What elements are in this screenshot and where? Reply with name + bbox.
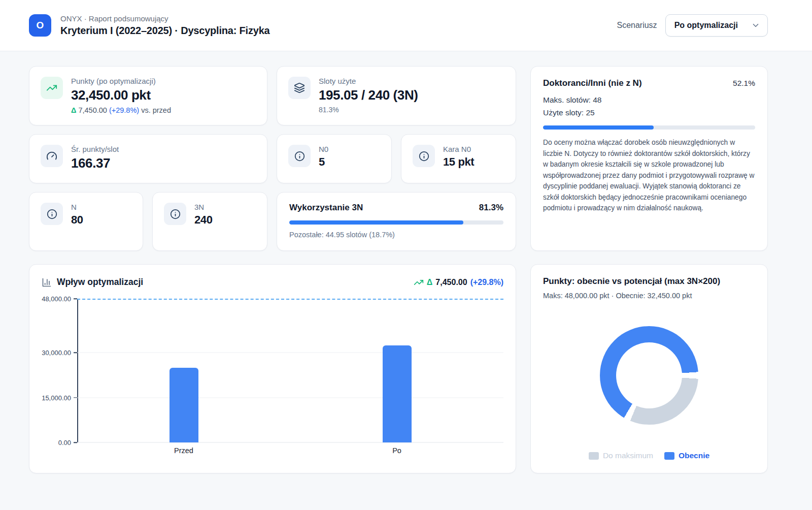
- bar-chart-icon: [42, 277, 52, 288]
- usage-progress-track: [289, 220, 503, 225]
- scenario-selected-value: Po optymalizacji: [674, 21, 738, 30]
- delta-icon: Δ: [71, 106, 76, 114]
- kpi-value: 5: [319, 155, 328, 169]
- donut-legend: Do maksimumObecnie: [543, 451, 755, 461]
- axis-tick: [74, 397, 77, 398]
- kpi-value: 80: [71, 213, 83, 227]
- scenario-select[interactable]: Po optymalizacji: [665, 14, 768, 37]
- kpi-card-punkty: Punkty (po optymalizacji) 32,450.00 pkt …: [29, 66, 267, 125]
- axis-tick: [74, 352, 77, 353]
- y-axis-line: [77, 299, 78, 442]
- legend-item-do-maksimum[interactable]: Do maksimum: [589, 451, 653, 460]
- kpi-value: 240: [194, 213, 213, 227]
- donut-hole: [616, 342, 682, 408]
- donut-ring: [600, 326, 698, 425]
- y-tick-label: 30,000.00: [42, 349, 71, 357]
- axis-tick: [74, 442, 77, 443]
- legend-swatch: [589, 452, 599, 460]
- gauge-icon: [41, 145, 63, 167]
- bar-przed: [170, 368, 198, 442]
- kpi-label: 3N: [194, 203, 213, 211]
- trending-up-icon: [414, 277, 424, 288]
- kpi-card-3n: 3N 240: [152, 192, 267, 251]
- chart-delta: Δ 7,450.00 (+29.8%): [414, 277, 503, 288]
- kpi-label: Śr. punkty/slot: [71, 145, 119, 153]
- x-tick-label: Przed: [174, 447, 193, 455]
- legend-swatch: [664, 452, 674, 460]
- x-tick-label: Po: [392, 447, 401, 455]
- donut-chart-card: Punkty: obecnie vs potencjał (max 3N×200…: [530, 264, 768, 473]
- y-tick-label: 0.00: [58, 439, 71, 447]
- bar-chart-card: Wpływ optymalizacji Δ 7,450.00 (+29.8%) …: [29, 264, 516, 473]
- info-icon: [164, 203, 186, 225]
- bar-po: [383, 345, 412, 442]
- doktoranci-percent: 52.1%: [733, 79, 755, 88]
- usage-card: Wykorzystanie 3N 81.3% Pozostałe: 44.95 …: [277, 192, 516, 251]
- kpi-value: 166.37: [71, 155, 119, 171]
- kpi-card-n0: N0 5: [277, 134, 392, 183]
- kpi-label: N: [71, 203, 83, 211]
- bar-chart-plot-area: 0.0015,000.0030,000.0048,000.00 PrzedPo: [42, 299, 503, 458]
- chevron-down-icon: [751, 21, 760, 30]
- kpi-label: Kara N0: [443, 145, 474, 153]
- kpi-label: Sloty użyte: [319, 77, 418, 85]
- kpi-card-kara-n0: Kara N0 15 pkt: [401, 134, 516, 183]
- doktoranci-card: Doktoranci/Inni (nie z N) 52.1% Maks. sl…: [530, 66, 768, 251]
- y-axis-gutter: 0.0015,000.0030,000.0048,000.00: [42, 299, 71, 442]
- usage-footer: Pozostałe: 44.95 slotów (18.7%): [289, 231, 503, 239]
- layers-icon: [288, 77, 311, 99]
- max-reference-line: [77, 299, 503, 300]
- brand: O ONYX · Raport podsumowujący Kryterium …: [29, 14, 270, 37]
- donut-subtitle: Maks: 48,000.00 pkt · Obecnie: 32,450.00…: [543, 292, 755, 300]
- kpi-value: 195.05 / 240 (3N): [319, 87, 418, 103]
- y-tick-label: 48,000.00: [42, 295, 71, 303]
- bar-plot: PrzedPo: [77, 299, 503, 442]
- legend-item-obecnie[interactable]: Obecnie: [664, 451, 709, 460]
- legend-label: Do maksimum: [603, 451, 653, 460]
- doktoranci-progress-track: [543, 125, 755, 130]
- info-icon: [288, 145, 311, 167]
- usage-progress-fill: [289, 220, 463, 225]
- info-icon: [413, 145, 435, 167]
- kpi-label: Punkty (po optymalizacji): [71, 77, 171, 85]
- kpi-delta: Δ7,450.00(+29.8%)vs. przed: [71, 106, 171, 114]
- breadcrumb: ONYX · Raport podsumowujący: [60, 14, 270, 23]
- kpi-value: 32,450.00 pkt: [71, 87, 171, 103]
- used-slots-line: Użyte sloty: 25: [543, 108, 755, 117]
- usage-percent: 81.3%: [479, 203, 503, 213]
- x-axis-baseline: [77, 442, 503, 443]
- delta-icon: Δ: [427, 278, 433, 287]
- kpi-subtext: 81.3%: [319, 106, 418, 114]
- axis-tick: [74, 298, 77, 299]
- dashboard-content: Punkty (po optymalizacji) 32,450.00 pkt …: [29, 66, 768, 473]
- gridline: [77, 397, 503, 398]
- chart-title: Wpływ optymalizacji: [57, 277, 143, 288]
- doktoranci-progress-fill: [543, 125, 654, 130]
- doktoranci-title: Doktoranci/Inni (nie z N): [543, 78, 642, 88]
- gridline: [77, 353, 503, 353]
- info-icon: [41, 203, 63, 225]
- legend-label: Obecnie: [679, 451, 709, 460]
- kpi-value: 15 pkt: [443, 155, 474, 169]
- usage-title: Wykorzystanie 3N: [289, 203, 363, 213]
- kpi-card-n: N 80: [29, 192, 143, 251]
- kpi-card-sloty: Sloty użyte 195.05 / 240 (3N) 81.3%: [277, 66, 516, 125]
- doktoranci-description: Do oceny można włączać dorobek osób nieu…: [543, 137, 755, 214]
- y-tick-label: 15,000.00: [42, 394, 71, 401]
- top-bar: O ONYX · Raport podsumowujący Kryterium …: [0, 0, 812, 51]
- donut-title: Punkty: obecnie vs potencjał (max 3N×200…: [543, 276, 755, 286]
- kpi-label: N0: [319, 145, 328, 153]
- kpi-card-srednia: Śr. punkty/slot 166.37: [29, 134, 267, 183]
- page-title: Kryterium I (2022–2025) · Dyscyplina: Fi…: [60, 25, 270, 37]
- max-slots-line: Maks. slotów: 48: [543, 95, 755, 105]
- scenario-label: Scenariusz: [617, 21, 657, 30]
- app-logo: O: [29, 14, 51, 37]
- trending-up-icon: [41, 77, 63, 99]
